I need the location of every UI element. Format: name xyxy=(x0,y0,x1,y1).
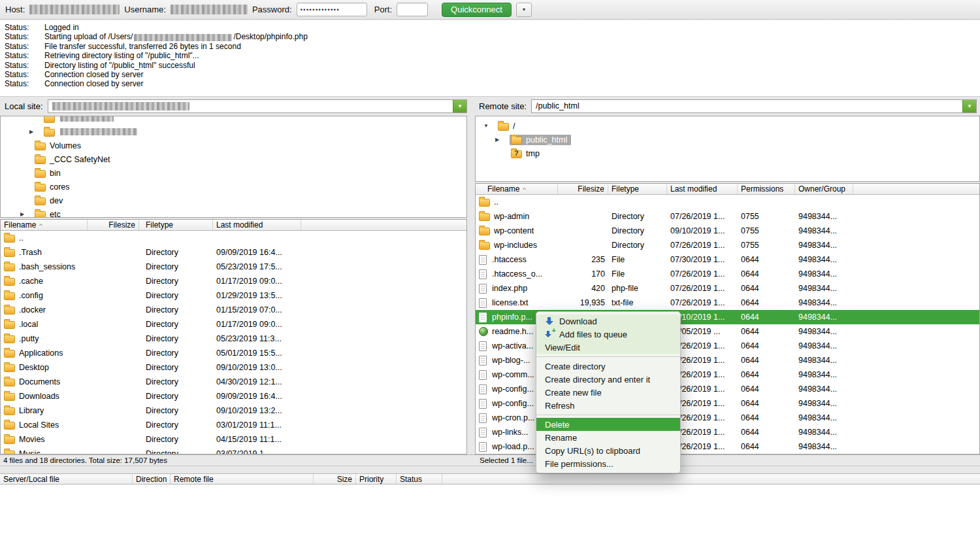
column-header-direction[interactable]: Direction xyxy=(133,474,171,484)
column-header-remote-file[interactable]: Remote file xyxy=(171,474,314,484)
filesize-cell xyxy=(88,360,139,375)
menu-item-rename[interactable]: Rename xyxy=(536,431,680,444)
tree-item[interactable] xyxy=(1,116,466,125)
column-header-filetype[interactable]: Filetype xyxy=(139,220,213,230)
filename-label: wp-activa... xyxy=(492,341,533,350)
tree-item[interactable]: cores xyxy=(1,180,466,194)
menu-item-file-permissions[interactable]: File permissions... xyxy=(536,457,680,470)
column-header-priority[interactable]: Priority xyxy=(356,474,397,484)
file-row[interactable]: .TrashDirectory09/09/2019 16:4... xyxy=(1,245,466,260)
host-input[interactable] xyxy=(29,5,120,14)
tree-item[interactable]: ▶etc xyxy=(1,207,466,218)
password-input[interactable] xyxy=(297,3,367,16)
file-row[interactable]: wp-contentDirectory09/10/2019 1...075594… xyxy=(476,224,979,238)
local-site-dropdown-button[interactable]: ▼ xyxy=(453,100,466,112)
file-row[interactable]: .dockerDirectory01/15/2019 07:0... xyxy=(1,303,466,317)
menu-item-create-directory[interactable]: Create directory xyxy=(536,360,680,373)
column-header-permissions[interactable]: Permissions xyxy=(738,184,795,194)
tree-item[interactable]: _CCC SafetyNet xyxy=(1,152,466,166)
disclosure-triangle-icon[interactable]: ▶ xyxy=(29,129,44,135)
tree-item[interactable]: bin xyxy=(1,166,466,180)
last-modified-cell: 03/01/2019 11:1... xyxy=(213,418,301,432)
column-header-last-modified[interactable]: Last modified xyxy=(213,220,301,230)
menu-item-copy-url-s-to-clipboard[interactable]: Copy URL(s) to clipboard xyxy=(536,444,680,457)
filetype-cell: File xyxy=(608,267,667,281)
file-row[interactable]: index.php420php-file07/26/2019 1...06449… xyxy=(476,281,979,296)
disclosure-triangle-icon[interactable]: ▼ xyxy=(483,123,498,129)
disclosure-triangle-icon[interactable]: ▶ xyxy=(20,211,35,217)
file-row[interactable]: license.txt19,935txt-file07/26/2019 1...… xyxy=(476,296,979,310)
redacted-text xyxy=(134,34,232,41)
filesize-cell xyxy=(88,245,139,260)
column-header-server-local-file[interactable]: Server/Local file xyxy=(0,474,133,484)
username-input[interactable] xyxy=(171,5,248,14)
redacted-text xyxy=(60,116,114,122)
menu-item-create-directory-and-enter-it[interactable]: Create directory and enter it xyxy=(536,373,680,386)
file-row[interactable]: DownloadsDirectory09/09/2019 16:4... xyxy=(1,389,466,403)
column-header-filesize[interactable]: Filesize xyxy=(558,184,608,194)
file-row[interactable]: .puttyDirectory05/23/2019 11:3... xyxy=(1,332,466,346)
file-row[interactable]: ApplicationsDirectory05/01/2019 15:5... xyxy=(1,346,466,360)
local-site-dropdown[interactable]: ▼ xyxy=(48,99,467,113)
file-row[interactable]: LibraryDirectory09/10/2019 13:2... xyxy=(1,403,466,418)
file-row[interactable]: MoviesDirectory04/15/2019 11:1... xyxy=(1,432,466,447)
owner-group-cell: 9498344... xyxy=(795,382,853,396)
remote-status-text: Selected 1 file... xyxy=(475,456,533,464)
column-header-filename[interactable]: Filename^ xyxy=(1,220,88,230)
file-row[interactable]: DesktopDirectory09/10/2019 13:0... xyxy=(1,360,466,375)
file-row[interactable]: .htaccess_o...170File07/26/2019 1...0644… xyxy=(476,267,979,281)
quickconnect-button[interactable]: Quickconnect xyxy=(442,3,512,17)
file-row[interactable]: DocumentsDirectory04/30/2019 12:1... xyxy=(1,375,466,389)
filetype-cell: Directory xyxy=(139,332,213,346)
filetype-cell: Directory xyxy=(608,224,667,238)
file-row[interactable]: .htaccess235File07/30/2019 1...064494983… xyxy=(476,252,979,267)
tree-item[interactable]: Volumes xyxy=(1,139,466,152)
disclosure-triangle-icon[interactable]: ▶ xyxy=(495,137,510,143)
remote-site-dropdown-button[interactable]: ▼ xyxy=(962,100,976,112)
permissions-cell: 0644 xyxy=(738,252,795,267)
column-header-last-modified[interactable]: Last modified xyxy=(667,184,738,194)
permissions-cell: 0755 xyxy=(738,238,795,252)
file-row[interactable]: .. xyxy=(1,231,466,245)
column-header-filename[interactable]: Filename^ xyxy=(476,184,558,194)
tree-item[interactable]: tmp xyxy=(476,146,979,160)
port-input[interactable] xyxy=(397,3,428,16)
column-header-status[interactable]: Status xyxy=(397,474,442,484)
filename-label: wp-includes xyxy=(494,241,537,250)
menu-item-download[interactable]: Download xyxy=(536,315,680,328)
filename-cell: .Trash xyxy=(1,245,88,260)
file-row[interactable]: wp-includesDirectory07/26/2019 1...07559… xyxy=(476,238,979,252)
column-header-owner-group[interactable]: Owner/Group xyxy=(795,184,853,194)
tree-item[interactable]: ▶public_html xyxy=(476,133,979,146)
menu-item-delete[interactable]: Delete xyxy=(536,418,680,431)
file-row[interactable]: wp-adminDirectory07/26/2019 1...07559498… xyxy=(476,209,979,224)
file-row[interactable]: Local SitesDirectory03/01/2019 11:1... xyxy=(1,418,466,432)
tree-item[interactable]: ▼/ xyxy=(476,119,979,133)
file-row[interactable]: .. xyxy=(476,195,979,209)
menu-item-add-files-to-queue[interactable]: +Add files to queue xyxy=(536,328,680,341)
permissions-cell: 0644 xyxy=(738,425,795,439)
file-row[interactable]: .localDirectory01/17/2019 09:0... xyxy=(1,317,466,332)
menu-item-label: Create directory and enter it xyxy=(545,375,650,384)
file-row[interactable]: .configDirectory01/29/2019 13:5... xyxy=(1,288,466,303)
file-row[interactable]: .cacheDirectory01/17/2019 09:0... xyxy=(1,274,466,288)
menu-item-create-new-file[interactable]: Create new file xyxy=(536,386,680,399)
file-icon xyxy=(479,413,487,423)
quickconnect-dropdown-button[interactable]: ▼ xyxy=(516,3,532,17)
status-line-message: Retrieving directory listing of "/public… xyxy=(44,51,199,60)
column-header-size[interactable]: Size xyxy=(314,474,356,484)
remote-file-list-header: Filename^FilesizeFiletypeLast modifiedPe… xyxy=(476,184,979,195)
column-header-filesize[interactable]: Filesize xyxy=(88,220,139,230)
remote-site-path: /public_html xyxy=(536,101,580,111)
menu-item-refresh[interactable]: Refresh xyxy=(536,399,680,412)
column-header-filetype[interactable]: Filetype xyxy=(608,184,667,194)
tree-item[interactable]: dev xyxy=(1,194,466,207)
filesize-cell: 235 xyxy=(558,252,608,267)
remote-site-dropdown[interactable]: /public_html ▼ xyxy=(531,99,977,113)
tree-item[interactable]: ▶ xyxy=(1,125,466,139)
file-row[interactable]: .bash_sessionsDirectory05/23/2019 17:5..… xyxy=(1,260,466,274)
folder-icon xyxy=(479,199,490,207)
folder-icon xyxy=(44,116,55,123)
menu-item-view-edit[interactable]: View/Edit xyxy=(536,341,680,354)
file-row[interactable]: MusicDirectory03/07/2019 1... xyxy=(1,447,466,454)
